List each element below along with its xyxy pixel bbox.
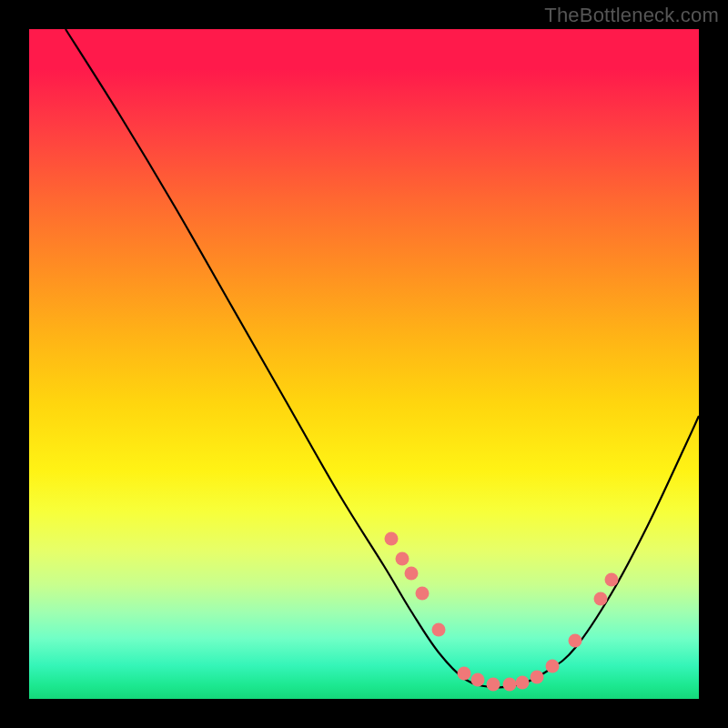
sample-marker [396, 552, 410, 566]
curve-svg [29, 29, 699, 699]
watermark-text: TheBottleneck.com [544, 4, 719, 27]
sample-marker [487, 678, 500, 692]
sample-marker [416, 587, 430, 601]
plot-area [29, 29, 699, 699]
sample-markers [385, 532, 619, 692]
sample-marker [569, 634, 582, 648]
sample-marker [385, 532, 399, 546]
sample-marker [458, 667, 471, 681]
sample-marker [405, 567, 419, 581]
sample-marker [432, 623, 446, 637]
chart-stage: TheBottleneck.com [0, 0, 728, 728]
sample-marker [471, 673, 485, 687]
sample-marker [594, 592, 608, 606]
bottleneck-curve [66, 29, 699, 687]
sample-marker [546, 660, 560, 673]
sample-marker [605, 573, 619, 587]
sample-marker [516, 676, 530, 690]
sample-marker [503, 678, 517, 692]
sample-marker [531, 671, 544, 684]
